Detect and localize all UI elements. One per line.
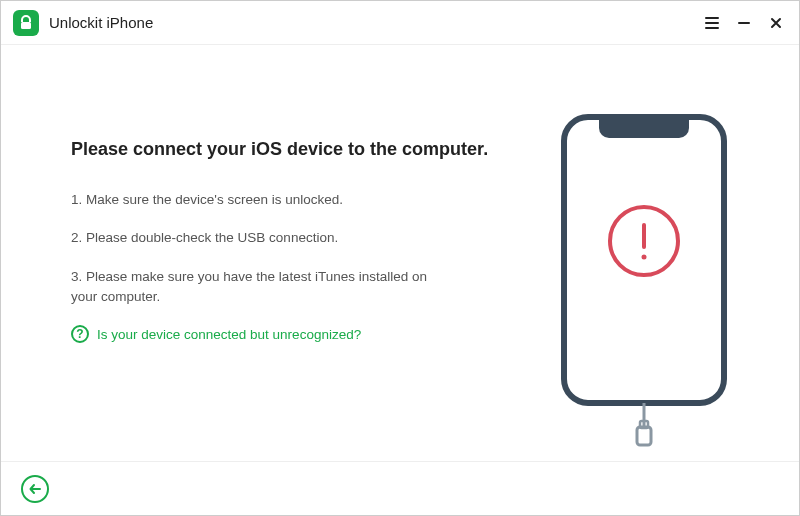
step-item: 2. Please double-check the USB connectio… xyxy=(71,228,451,248)
phone-illustration-icon xyxy=(549,111,739,451)
back-arrow-icon xyxy=(28,482,42,496)
app-title: Unlockit iPhone xyxy=(49,14,153,31)
back-button[interactable] xyxy=(21,475,49,503)
app-logo-icon xyxy=(13,10,39,36)
menu-button[interactable] xyxy=(701,12,723,34)
instruction-panel: Please connect your iOS device to the co… xyxy=(71,75,539,461)
footer-bar xyxy=(1,461,799,515)
minimize-icon xyxy=(737,16,751,30)
page-heading: Please connect your iOS device to the co… xyxy=(71,139,519,160)
step-item: 3. Please make sure you have the latest … xyxy=(71,267,451,308)
app-window: Unlockit iPhone Please connect your iOS … xyxy=(0,0,800,516)
hamburger-icon xyxy=(704,15,720,31)
svg-rect-5 xyxy=(637,427,651,445)
question-icon: ? xyxy=(71,325,89,343)
title-bar: Unlockit iPhone xyxy=(1,1,799,45)
step-item: 1. Make sure the device's screen is unlo… xyxy=(71,190,451,210)
step-list: 1. Make sure the device's screen is unlo… xyxy=(71,190,519,307)
help-link-row[interactable]: ? Is your device connected but unrecogni… xyxy=(71,325,519,343)
help-link[interactable]: Is your device connected but unrecognize… xyxy=(97,327,361,342)
close-icon xyxy=(769,16,783,30)
main-content: Please connect your iOS device to the co… xyxy=(1,45,799,461)
close-button[interactable] xyxy=(765,12,787,34)
svg-point-3 xyxy=(642,255,647,260)
svg-rect-1 xyxy=(564,117,724,403)
svg-rect-0 xyxy=(21,22,31,29)
minimize-button[interactable] xyxy=(733,12,755,34)
device-illustration xyxy=(539,75,749,461)
